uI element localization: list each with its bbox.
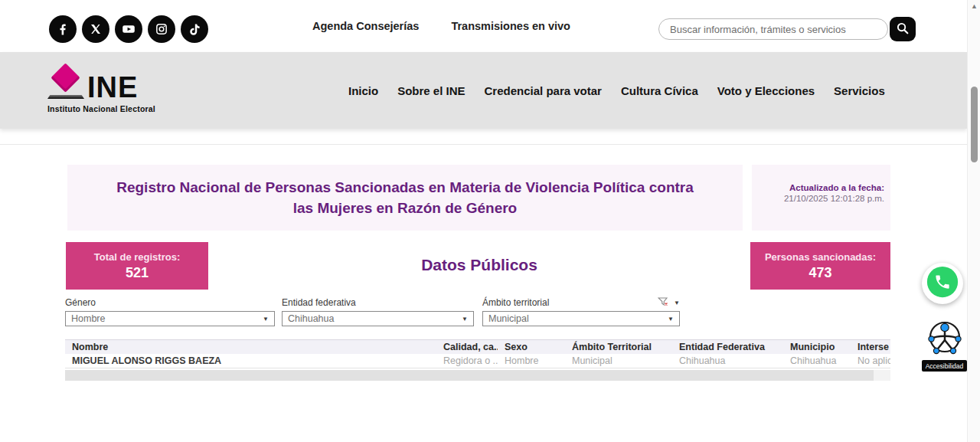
search-button[interactable] xyxy=(890,17,916,41)
chevron-down-icon: ▼ xyxy=(462,316,468,322)
horizontal-scrollbar-thumb[interactable] xyxy=(65,370,874,381)
filter-entidad-value: Chihuahua xyxy=(288,313,334,324)
total-records-label: Total de registros: xyxy=(94,251,180,263)
main-nav: Inicio Sobre el INE Credencial para vota… xyxy=(348,52,885,129)
chevron-down-icon: ▼ xyxy=(668,316,674,322)
filter-genero-label: Género xyxy=(65,297,96,308)
results-table: Nombre Calidad, ca.. Sexo Ámbito Territo… xyxy=(65,339,890,368)
table-header-row: Nombre Calidad, ca.. Sexo Ámbito Territo… xyxy=(65,339,890,354)
filter-ambito-value: Municipal xyxy=(488,313,529,324)
filter-entidad-dropdown[interactable]: Chihuahua ▼ xyxy=(282,311,474,326)
chevron-down-icon[interactable]: ▼ xyxy=(674,300,680,306)
vertical-scrollbar[interactable]: ▲ xyxy=(967,0,980,442)
divider-line xyxy=(0,144,967,145)
col-header-interseccionalidad[interactable]: Interse xyxy=(851,340,890,354)
filter-ambito-label: Ámbito territorial xyxy=(482,297,549,308)
nav-sobre-el-ine[interactable]: Sobre el INE xyxy=(397,84,465,97)
link-transmisiones-en-vivo[interactable]: Transmisiones en vivo xyxy=(451,20,570,32)
sanctioned-persons-value: 473 xyxy=(808,265,831,281)
filter-entidad-label: Entidad federativa xyxy=(282,297,356,308)
search-icon xyxy=(896,21,910,38)
facebook-icon[interactable] xyxy=(49,15,77,43)
x-twitter-icon[interactable] xyxy=(82,15,109,43)
table-horizontal-scrollbar[interactable] xyxy=(65,370,890,381)
cell-entidad: Chihuahua xyxy=(672,354,783,368)
clear-filter-icon[interactable] xyxy=(658,296,668,309)
whatsapp-button[interactable] xyxy=(922,263,963,304)
col-header-nombre[interactable]: Nombre xyxy=(65,340,436,354)
chevron-down-icon: ▼ xyxy=(263,316,269,322)
updated-date-label: Actualizado a la fecha: xyxy=(752,183,884,192)
page-title: Registro Nacional de Personas Sancionada… xyxy=(67,177,743,218)
youtube-icon[interactable] xyxy=(115,15,142,43)
ine-logo[interactable]: INE Instituto Nacional Electoral xyxy=(47,64,155,113)
nav-voto-y-elecciones[interactable]: Voto y Elecciones xyxy=(717,84,815,97)
total-records-value: 521 xyxy=(126,265,149,281)
accessibility-label: Accesibilidad xyxy=(922,360,967,372)
social-icons xyxy=(49,15,208,43)
cell-municipio: Chihuahua xyxy=(783,354,851,368)
filter-ambito-dropdown[interactable]: Municipal ▼ xyxy=(482,311,680,326)
filter-entidad-federativa: Entidad federativa Chihuahua ▼ xyxy=(282,297,474,326)
ine-logo-subtitle: Instituto Nacional Electoral xyxy=(47,104,155,113)
nav-cultura-civica[interactable]: Cultura Cívica xyxy=(621,84,698,97)
col-header-municipio[interactable]: Municipio xyxy=(783,340,851,354)
filter-genero-dropdown[interactable]: Hombre ▼ xyxy=(65,311,275,326)
ine-diamond-icon xyxy=(47,64,84,100)
sanctioned-persons-card: Personas sancionadas: 473 xyxy=(750,242,890,290)
sanctioned-persons-label: Personas sancionadas: xyxy=(765,251,876,263)
ine-logo-text: INE xyxy=(87,75,138,100)
header-band: INE Instituto Nacional Electoral Inicio … xyxy=(0,52,967,129)
title-box: Registro Nacional de Personas Sancionada… xyxy=(67,165,743,231)
cell-ambito: Municipal xyxy=(565,354,672,368)
filter-ambito-territorial: Ámbito territorial ▼ Municipal ▼ xyxy=(482,297,680,326)
link-agenda-consejerias[interactable]: Agenda Consejerías xyxy=(312,20,419,32)
accessibility-button[interactable] xyxy=(923,317,966,362)
search-input[interactable] xyxy=(658,18,888,40)
col-header-ambito[interactable]: Ámbito Territorial xyxy=(565,340,672,354)
tiktok-icon[interactable] xyxy=(181,15,208,43)
scrollbar-up-arrow[interactable]: ▲ xyxy=(968,2,980,10)
cell-interseccionalidad: No aplic xyxy=(851,354,890,368)
col-header-calidad[interactable]: Calidad, ca.. xyxy=(436,340,498,354)
cell-calidad: Regidora o .. xyxy=(436,354,498,368)
search-bar xyxy=(658,17,916,41)
cell-sexo: Hombre xyxy=(498,354,565,368)
instagram-icon[interactable] xyxy=(148,15,175,43)
section-title: Datos Públicos xyxy=(208,256,750,274)
whatsapp-icon xyxy=(925,264,960,303)
filter-genero-value: Hombre xyxy=(71,313,105,324)
updated-date-box: Actualizado a la fecha: 21/10/2025 12:01… xyxy=(752,165,890,231)
top-links: Agenda Consejerías Transmisiones en vivo xyxy=(312,0,570,52)
filter-genero: Género Hombre ▼ xyxy=(65,297,275,326)
nav-servicios[interactable]: Servicios xyxy=(834,84,885,97)
nav-credencial-para-votar[interactable]: Credencial para votar xyxy=(485,84,602,97)
top-bar: Agenda Consejerías Transmisiones en vivo xyxy=(0,0,967,52)
accessibility-icon xyxy=(924,317,965,362)
cell-nombre: MIGUEL ALONSO RIGGS BAEZA xyxy=(65,354,436,368)
vertical-scrollbar-thumb[interactable] xyxy=(971,87,978,162)
col-header-entidad[interactable]: Entidad Federativa xyxy=(672,340,783,354)
nav-inicio[interactable]: Inicio xyxy=(348,84,378,97)
updated-date-value: 21/10/2025 12:01:28 p.m. xyxy=(752,194,884,203)
col-header-sexo[interactable]: Sexo xyxy=(498,340,565,354)
table-row[interactable]: MIGUEL ALONSO RIGGS BAEZA Regidora o .. … xyxy=(65,354,890,368)
page: Agenda Consejerías Transmisiones en vivo… xyxy=(0,0,980,442)
total-records-card: Total de registros: 521 xyxy=(66,242,208,290)
